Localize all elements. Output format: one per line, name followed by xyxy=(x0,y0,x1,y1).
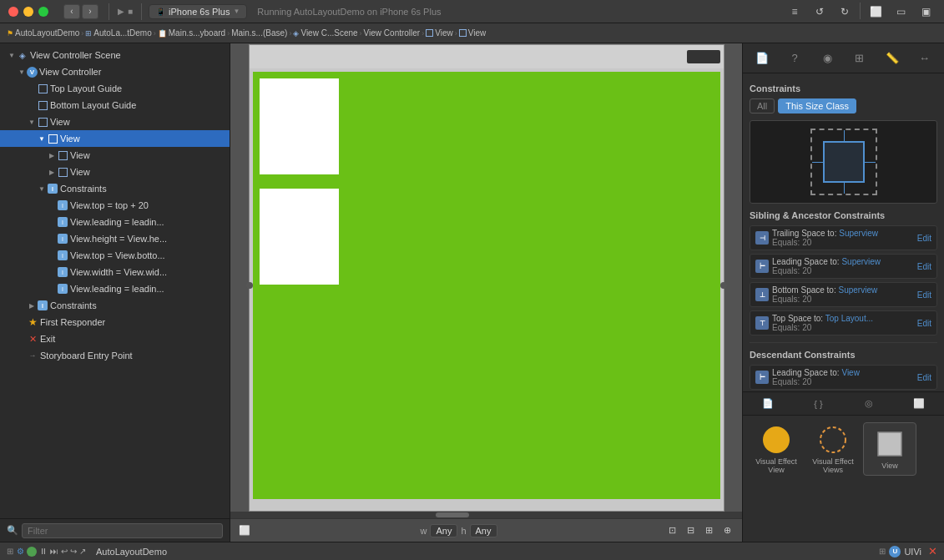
tab-size[interactable]: 📏 xyxy=(881,48,904,69)
tree-item-c1[interactable]: I View.top = top + 20 xyxy=(0,197,230,214)
edit-leading-btn[interactable]: Edit xyxy=(917,262,931,271)
green-view[interactable] xyxy=(253,72,720,499)
back-icon[interactable]: ↩ xyxy=(61,547,68,556)
tab-attributes[interactable]: ⊞ xyxy=(848,48,871,69)
breadcrumb-item[interactable]: ⊞ AutoLa...tDemo xyxy=(85,28,151,38)
canvas-area[interactable] xyxy=(230,43,742,512)
minimize-button[interactable] xyxy=(23,7,33,17)
edit-bottom-btn[interactable]: Edit xyxy=(917,290,931,300)
bottom-status-bar: ⊞ ⚙ ⏸ ⏭ ↩ ↪ ↗ AutoLayoutDemo ⊞ U UIVi ✕ xyxy=(0,542,944,560)
ol-visual-effect-views-label: Visual Effect Views xyxy=(806,457,860,474)
breadcrumb-item[interactable]: View Controller xyxy=(364,28,421,38)
ol-tab1[interactable]: 📄 xyxy=(758,394,778,414)
layout3-icon[interactable]: ▣ xyxy=(916,3,936,21)
edit-trailing-btn[interactable]: Edit xyxy=(917,234,931,243)
tree-item-constraints2[interactable]: ▶ I Constraints xyxy=(0,297,230,314)
tree-item-vc[interactable]: ▼ V View Controller xyxy=(0,63,230,80)
close-status-icon[interactable]: ✕ xyxy=(928,545,937,557)
breadcrumb-item[interactable]: View xyxy=(426,28,453,38)
constraint-icon-trailing: ⊣ xyxy=(755,231,769,245)
tree-item-storyboard[interactable]: → Storyboard Entry Point xyxy=(0,347,230,364)
ol-tab3[interactable]: ◎ xyxy=(859,394,879,414)
tree-item-view2[interactable]: ▶ View xyxy=(0,164,230,180)
tab-file[interactable]: 📄 xyxy=(750,48,774,69)
constraint-icon4[interactable]: ⊕ xyxy=(720,523,735,538)
size-selector: w Any h Any xyxy=(420,524,497,537)
constraint-desc-leading: ⊢ Leading Space to: View Equals: 20 Edit xyxy=(750,365,937,390)
back-nav-icon[interactable]: ↺ xyxy=(810,3,830,21)
tree-item-view1[interactable]: ▶ View xyxy=(0,147,230,164)
forward-button[interactable]: › xyxy=(82,4,98,19)
breadcrumb-item[interactable]: 📋 Main.s...yboard xyxy=(158,28,225,38)
layout2-icon[interactable]: ▭ xyxy=(891,3,911,21)
tab-connections[interactable]: ↔ xyxy=(913,48,936,69)
breadcrumb-item[interactable]: ◈ View C...Scene xyxy=(293,28,357,38)
constraint-icon-desc: ⊢ xyxy=(755,371,769,384)
screen-content xyxy=(253,72,720,499)
tree-item-view-parent[interactable]: ▼ View xyxy=(0,114,230,130)
constraint-text-trailing: Trailing Space to: Superview Equals: 20 xyxy=(772,229,914,247)
constraint-icon1[interactable]: ⊡ xyxy=(665,523,680,538)
constraint-icon-bottom: ⊥ xyxy=(755,288,769,301)
grid-icon: ⊞ xyxy=(7,547,13,556)
tree-item-exit[interactable]: ✕ Exit xyxy=(0,330,230,347)
device-selector[interactable]: 📱 iPhone 6s Plus ▼ xyxy=(149,4,247,19)
ol-visual-effect-view[interactable]: Visual Effect View xyxy=(750,422,803,476)
tree-item-c2[interactable]: I View.leading = leadin... xyxy=(0,214,230,230)
step-icon[interactable]: ⏭ xyxy=(50,547,58,556)
edit-desc-btn[interactable]: Edit xyxy=(917,373,931,382)
center-panel: ⬜ w Any h Any ⊡ ⊟ ⊞ ⊕ xyxy=(230,43,742,542)
tree-item-constraints[interactable]: ▼ I Constraints xyxy=(0,180,230,197)
align-icon[interactable]: ≡ xyxy=(785,3,805,21)
breadcrumb-item[interactable]: View xyxy=(459,28,487,38)
canvas-scrollbar[interactable] xyxy=(230,512,742,518)
pause-icon[interactable]: ⏸ xyxy=(39,547,48,556)
constraint-bottom: ⊥ Bottom Space to: Superview Equals: 20 … xyxy=(750,282,937,307)
layout1-icon[interactable]: ⬜ xyxy=(866,3,886,21)
close-button[interactable] xyxy=(8,7,18,17)
w-selector[interactable]: Any xyxy=(430,524,457,537)
forward-nav-icon[interactable]: ↻ xyxy=(835,3,855,21)
constraint-sub-top: Equals: 20 xyxy=(772,323,914,332)
constraint-icon3[interactable]: ⊞ xyxy=(702,523,717,538)
tree-item-vc-scene[interactable]: ▼ ◈ View Controller Scene xyxy=(0,47,230,63)
ol-visual-effect-views[interactable]: Visual Effect Views xyxy=(806,422,860,476)
breadcrumb-item[interactable]: ⚑ AutoLayoutDemo xyxy=(7,28,79,38)
back-button[interactable]: ‹ xyxy=(63,4,80,19)
settings-icon[interactable]: ⚙ xyxy=(17,547,24,556)
filter-all-btn[interactable]: All xyxy=(750,98,775,114)
bottom-left: ⊞ ⚙ ⏸ ⏭ ↩ ↪ ↗ AutoLayoutDemo xyxy=(7,547,872,557)
canvas-icon1[interactable]: ⬜ xyxy=(237,523,252,538)
white-box-2 xyxy=(260,189,339,285)
tree-item-c6[interactable]: I View.leading = leadin... xyxy=(0,280,230,297)
scrollbar-thumb[interactable] xyxy=(436,512,469,517)
tree-item-top-layout[interactable]: Top Layout Guide xyxy=(0,80,230,97)
maximize-button[interactable] xyxy=(38,7,48,17)
tree-item-view-selected[interactable]: ▼ View xyxy=(0,130,230,147)
cursor-icon[interactable]: ↗ xyxy=(79,547,86,556)
ol-tab2[interactable]: { } xyxy=(808,394,828,414)
tab-identity[interactable]: ◉ xyxy=(815,48,839,69)
canvas-constraint-icons: ⊡ ⊟ ⊞ ⊕ xyxy=(665,523,735,538)
bc-autodemo[interactable]: AutoLayoutDemo xyxy=(15,28,79,38)
filter-size-btn[interactable]: This Size Class xyxy=(778,98,856,114)
tree-item-c4[interactable]: I View.top = View.botto... xyxy=(0,247,230,264)
tab-quick-help[interactable]: ? xyxy=(783,48,806,69)
breadcrumb-item[interactable]: Main.s...(Base) xyxy=(231,28,287,38)
h-selector[interactable]: Any xyxy=(470,524,497,537)
tree-item-bottom-layout[interactable]: Bottom Layout Guide xyxy=(0,97,230,114)
ui-icon: U xyxy=(889,546,901,557)
fwd-icon[interactable]: ↪ xyxy=(70,547,77,556)
filter-input[interactable] xyxy=(22,523,223,538)
w-label: w xyxy=(420,526,427,536)
tree-item-c3[interactable]: I View.height = View.he... xyxy=(0,230,230,247)
right-panel-tabs: 📄 ? ◉ ⊞ 📏 ↔ xyxy=(743,43,944,73)
tree-item-first-responder[interactable]: ★ First Responder xyxy=(0,314,230,330)
object-library: 📄 { } ◎ ⬜ Visual Effect View xyxy=(743,391,944,542)
constraint-icon2[interactable]: ⊟ xyxy=(684,523,699,538)
ol-tab4[interactable]: ⬜ xyxy=(909,394,929,414)
tree-item-c5[interactable]: I View.width = View.wid... xyxy=(0,264,230,280)
edit-top-btn[interactable]: Edit xyxy=(917,319,931,328)
ol-view[interactable]: View xyxy=(863,422,916,476)
constraint-leading: ⊢ Leading Space to: Superview Equals: 20… xyxy=(750,254,937,279)
